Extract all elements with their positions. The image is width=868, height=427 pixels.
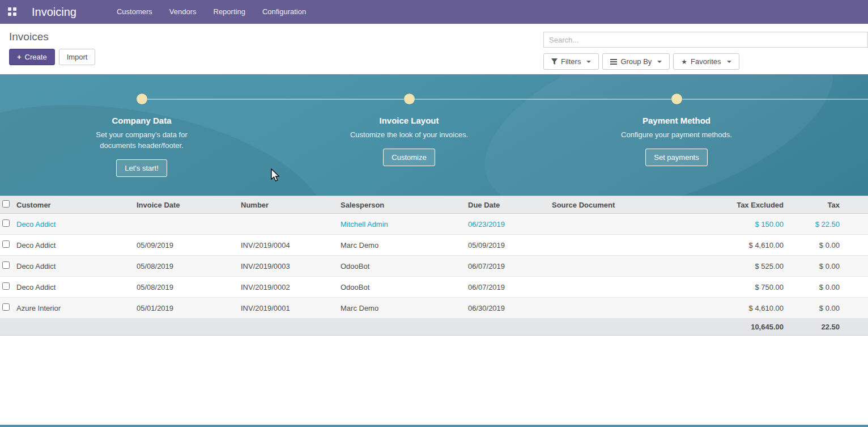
cell-number: INV/2019/0004 — [239, 235, 338, 256]
top-navbar: Invoicing CustomersVendorsReportingConfi… — [0, 0, 868, 24]
menu-item-reporting[interactable]: Reporting — [205, 0, 254, 24]
onboarding-steps: Company DataSet your company's data for … — [0, 74, 810, 177]
chevron-down-icon — [727, 61, 731, 63]
import-button-label: Import — [67, 53, 88, 61]
row-select-cell — [0, 298, 14, 319]
favorites-button[interactable]: ★ Favorites — [673, 53, 739, 70]
group-by-button[interactable]: Group By — [602, 53, 670, 70]
step-button-set-payments[interactable]: Set payments — [645, 149, 708, 166]
cell-invoice-date: 05/09/2019 — [134, 235, 239, 256]
cell-invoice-date: 05/08/2019 — [134, 256, 239, 277]
row-select-cell — [0, 235, 14, 256]
filters-button-label: Filters — [561, 57, 581, 66]
invoice-row[interactable]: Deco AddictMitchell Admin06/23/2019$ 150… — [0, 214, 868, 235]
menu-item-customers[interactable]: Customers — [108, 0, 161, 24]
cell-customer: Deco Addict — [14, 277, 134, 298]
row-select-cell — [0, 256, 14, 277]
column-header-invoice-date[interactable]: Invoice Date — [134, 196, 239, 214]
table-footer-row: 10,645.00 22.50 — [0, 319, 868, 336]
cell-due-date: 06/07/2019 — [466, 277, 550, 298]
step-title: Invoice Layout — [379, 116, 439, 125]
step-dot — [404, 94, 415, 104]
apps-grid-square — [8, 7, 11, 11]
table-header-row: CustomerInvoice DateNumberSalespersonDue… — [0, 196, 868, 214]
app-name[interactable]: Invoicing — [32, 6, 76, 19]
cell-due-date: 06/30/2019 — [466, 298, 550, 319]
row-checkbox[interactable] — [2, 303, 10, 311]
menu-item-configuration[interactable]: Configuration — [254, 0, 314, 24]
app-window: Invoicing CustomersVendorsReportingConfi… — [0, 0, 868, 427]
cell-salesperson: OdooBot — [338, 277, 466, 298]
cell-customer: Azure Interior — [14, 298, 134, 319]
column-header-due-date[interactable]: Due Date — [466, 196, 550, 214]
column-header-source-document[interactable]: Source Document — [550, 196, 691, 214]
import-button[interactable]: Import — [59, 49, 96, 65]
cell-tax-excluded: $ 4,610.00 — [691, 235, 786, 256]
invoice-row[interactable]: Deco Addict05/08/2019INV/2019/0003OdooBo… — [0, 256, 868, 277]
filters-button[interactable]: Filters — [543, 53, 599, 70]
cell-tax-excluded: $ 4,610.00 — [691, 298, 786, 319]
footer-total-tax-excluded: 10,645.00 — [691, 319, 786, 336]
cell-customer: Deco Addict — [14, 256, 134, 277]
onboarding-banner: Company DataSet your company's data for … — [0, 74, 868, 196]
cell-number — [239, 214, 338, 235]
step-dot — [137, 94, 147, 104]
cell-salesperson: OdooBot — [338, 256, 466, 277]
row-checkbox[interactable] — [2, 282, 10, 290]
step-title: Payment Method — [643, 116, 710, 125]
column-header-tax[interactable]: Tax — [786, 196, 868, 214]
step-description: Customize the look of your invoices. — [350, 130, 468, 141]
search-input[interactable] — [543, 32, 868, 48]
invoice-row[interactable]: Deco Addict05/08/2019INV/2019/0002OdooBo… — [0, 277, 868, 298]
apps-grid-square — [13, 12, 16, 16]
apps-grid-square — [8, 12, 11, 16]
filter-icon — [551, 58, 558, 65]
control-panel: Invoices + Create Import Filters Group — [0, 24, 868, 74]
column-header-salesperson[interactable]: Salesperson — [338, 196, 466, 214]
favorites-button-label: Favorites — [691, 57, 721, 66]
cell-tax: $ 0.00 — [786, 235, 868, 256]
step-description: Set your company's data for documents he… — [81, 130, 203, 151]
bottom-bar — [0, 425, 868, 427]
cell-source-document — [550, 277, 691, 298]
column-header-customer[interactable]: Customer — [14, 196, 134, 214]
step-button-let-s-start[interactable]: Let's start! — [116, 159, 167, 177]
row-checkbox[interactable] — [2, 261, 10, 269]
row-checkbox[interactable] — [2, 240, 10, 248]
navbar-menu: CustomersVendorsReportingConfiguration — [108, 0, 314, 24]
cell-customer: Deco Addict — [14, 214, 134, 235]
invoice-row[interactable]: Deco Addict05/09/2019INV/2019/0004Marc D… — [0, 235, 868, 256]
cell-source-document — [550, 256, 691, 277]
cell-invoice-date: 05/01/2019 — [134, 298, 239, 319]
cell-salesperson: Mitchell Admin — [338, 214, 466, 235]
menu-item-vendors[interactable]: Vendors — [161, 0, 205, 24]
create-button-label: Create — [25, 53, 47, 61]
step-dot — [671, 94, 682, 104]
step-button-customize[interactable]: Customize — [383, 149, 435, 166]
cell-tax-excluded: $ 525.00 — [691, 256, 786, 277]
search-panel: Filters Group By ★ Favorites — [543, 32, 868, 70]
cell-tax: $ 0.00 — [786, 256, 868, 277]
apps-grid-square — [13, 7, 16, 11]
cell-source-document — [550, 298, 691, 319]
column-header-tax-excluded[interactable]: Tax Excluded — [691, 196, 786, 214]
cell-due-date: 05/09/2019 — [466, 235, 550, 256]
step-description: Configure your payment methods. — [621, 130, 732, 141]
apps-menu-icon[interactable] — [8, 7, 17, 16]
onboarding-step-invoice-layout: Invoice LayoutCustomize the look of your… — [275, 74, 543, 177]
cell-source-document — [550, 214, 691, 235]
cell-due-date: 06/07/2019 — [466, 256, 550, 277]
cell-tax-excluded: $ 750.00 — [691, 277, 786, 298]
cell-tax: $ 0.00 — [786, 277, 868, 298]
step-title: Company Data — [112, 116, 171, 125]
column-header-number[interactable]: Number — [239, 196, 338, 214]
cell-tax: $ 22.50 — [786, 214, 868, 235]
select-all-checkbox[interactable] — [2, 200, 10, 208]
invoice-row[interactable]: Azure Interior05/01/2019INV/2019/0001Mar… — [0, 298, 868, 319]
cell-due-date: 06/23/2019 — [466, 214, 550, 235]
invoice-table: CustomerInvoice DateNumberSalespersonDue… — [0, 196, 868, 336]
cell-tax-excluded: $ 150.00 — [691, 214, 786, 235]
chevron-down-icon — [657, 61, 662, 63]
create-button[interactable]: + Create — [9, 49, 55, 65]
row-checkbox[interactable] — [2, 219, 10, 227]
